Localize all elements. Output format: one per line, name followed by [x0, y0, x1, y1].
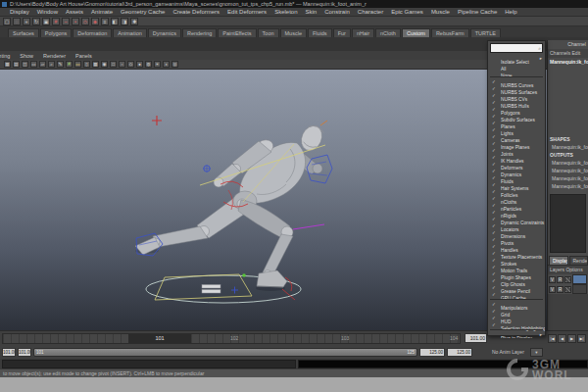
show-menu-item[interactable]: ✓ NURBS Hulls ▸ — [488, 99, 545, 106]
shelf-tab[interactable]: nHair — [352, 28, 374, 37]
viewport-icon[interactable]: ● — [136, 61, 143, 68]
snap-point-icon[interactable]: • — [72, 18, 79, 25]
show-menu-item[interactable]: ✓ Plugin Shapes ▸ — [488, 270, 545, 277]
viewport-icon[interactable]: ◗ — [163, 61, 170, 68]
shelf-tab[interactable]: Muscle — [280, 28, 307, 37]
menu-item[interactable]: Display — [6, 8, 33, 17]
viewport-icon[interactable]: ▦ — [4, 61, 11, 68]
layer-name-field[interactable] — [572, 284, 587, 294]
shelf-tab[interactable]: Fluids — [308, 28, 332, 37]
range-slider-bar[interactable]: 101 125 — [33, 348, 417, 357]
show-menu-item[interactable]: ✓ All ▸ — [488, 62, 545, 69]
show-menu-item[interactable]: ✓ Lights ▸ — [488, 126, 545, 133]
layer-color-swatch[interactable] — [564, 276, 571, 283]
show-menu-item[interactable]: ✓ Cameras ▸ — [488, 133, 545, 140]
viewport-menu-item[interactable]: Renderer — [38, 53, 71, 59]
viewport-icon[interactable]: ▩ — [92, 61, 99, 68]
viewport-icon[interactable]: ▭ — [30, 61, 37, 68]
show-menu-item[interactable]: ✓ HUD ▸ — [488, 315, 545, 321]
shape-node-row[interactable]: Mannequin:ik_foot_anim_rShape — [548, 143, 588, 151]
transport-button[interactable]: |◀ — [548, 334, 557, 343]
render-icon[interactable]: ◧ — [111, 18, 119, 25]
layer-playback-toggle[interactable]: R — [557, 276, 564, 283]
shelf-tab[interactable]: Toon — [258, 28, 279, 37]
menu-item[interactable]: Create Deformers — [169, 8, 223, 17]
show-menu-item[interactable]: ✓ nCloths ▸ — [488, 195, 545, 202]
current-frame-block[interactable]: 101 — [128, 334, 191, 343]
channel-box-object-name[interactable]: Mannequin:ik_foot_anim_r — [548, 58, 588, 67]
ipr-render-icon[interactable]: ◨ — [121, 18, 128, 25]
viewport-icon[interactable]: ◉ — [101, 61, 108, 68]
menu-item[interactable]: Geometry Cache — [117, 8, 169, 17]
transport-button[interactable]: ◀ — [558, 334, 566, 343]
viewport-icon[interactable]: □ — [110, 61, 117, 68]
viewport-icon[interactable]: ⌕ — [48, 61, 55, 68]
layer-row[interactable]: V R — [548, 284, 588, 294]
menu-item[interactable]: Skin — [301, 8, 320, 17]
shelf-tab[interactable]: Custom — [402, 28, 430, 37]
menu-item[interactable]: Window — [33, 8, 62, 17]
snap-curve-icon[interactable]: ~ — [62, 18, 70, 25]
show-menu-item[interactable]: ✓ Grid ▸ — [488, 308, 545, 315]
show-menu-item[interactable]: ✓ Locators ▸ — [488, 222, 545, 229]
show-menu-item[interactable]: ✓ nRigids ▸ — [488, 209, 545, 216]
viewport-icon[interactable]: ◎ — [172, 61, 178, 68]
show-menu-item[interactable]: ✓ Hair Systems ▸ — [488, 181, 545, 188]
menu-item[interactable]: Skeleton — [270, 8, 301, 17]
viewport-icon[interactable]: ▭ — [74, 61, 81, 68]
time-slider[interactable]: 101 102 103 104 — [2, 333, 461, 344]
show-menu-item[interactable]: ✓ Clip Ghosts ▸ — [488, 277, 545, 284]
layer-color-swatch[interactable] — [564, 286, 571, 293]
layer-visibility-toggle[interactable]: V — [549, 276, 556, 283]
show-menu-item[interactable]: ✓ Selection Highlighting ▸ — [488, 321, 545, 328]
layer-editor-tab[interactable]: Render — [569, 256, 588, 265]
menu-item[interactable]: Animate — [87, 8, 117, 17]
animation-end-field[interactable]: 125.00 — [447, 348, 472, 357]
channel-box-menu-row[interactable]: Channels Edit — [548, 49, 588, 58]
shelf-tab[interactable]: Rendering — [182, 28, 217, 37]
show-menu-item[interactable]: ✓ Dynamics ▸ — [488, 168, 545, 174]
viewport-icon[interactable]: ☀ — [154, 61, 161, 68]
viewport-icon[interactable]: ▫ — [119, 61, 125, 68]
viewport-icon[interactable]: ▯ — [83, 61, 90, 68]
show-menu-item[interactable]: ✓ Polygons ▸ — [488, 106, 545, 113]
viewport-menu-item[interactable]: Lighting — [0, 53, 15, 59]
shelf-tab[interactable]: Dynamics — [148, 28, 181, 37]
show-menu-item[interactable]: ✓ Texture Placements ▸ — [488, 250, 545, 257]
render-settings-icon[interactable]: ✱ — [130, 18, 138, 25]
menu-item[interactable]: Character — [354, 8, 387, 17]
layer-editor-menu-row[interactable]: Layers Options — [548, 265, 588, 274]
show-menu-item[interactable]: ✓ Motion Trails ▸ — [488, 264, 545, 270]
make-live-icon[interactable]: ◈ — [91, 18, 99, 25]
show-menu-item[interactable]: ✓ IK Handles ▸ — [488, 154, 545, 161]
shelf-tab[interactable]: TURTLE — [470, 28, 501, 37]
viewport-panel[interactable]: LightingShowRendererPanels ▦▤◫▭▱⌕✎#▭▯▩◉□… — [0, 51, 547, 330]
show-menu-item[interactable]: ✓ Dimensions ▸ — [488, 229, 545, 236]
menu-item[interactable]: Assets — [62, 8, 87, 17]
snap-plane-icon[interactable]: ◇ — [81, 18, 89, 25]
menu-item[interactable]: Epic Games — [387, 8, 427, 17]
current-time-field[interactable]: 101.00 — [465, 333, 487, 343]
output-node-row[interactable]: Mannequin:ik_foot_anim_r3 — [548, 174, 588, 182]
animation-start-field[interactable]: 101.00 — [2, 348, 16, 357]
menu-item[interactable]: Edit Deformers — [223, 8, 270, 17]
shelf-tab[interactable]: Deformation — [73, 28, 112, 37]
transport-button[interactable]: ▶ — [567, 334, 576, 343]
snap-grid-icon[interactable]: # — [52, 18, 60, 25]
shelf-tab[interactable]: RebusFarm — [431, 28, 469, 37]
show-menu-item[interactable]: ✓ Dynamic Constraints ▸ — [488, 216, 545, 222]
shelf-tab[interactable]: Fur — [333, 28, 351, 37]
menu-item[interactable]: Pipeline Cache — [454, 8, 501, 17]
layer-playback-toggle[interactable]: R — [557, 286, 564, 293]
layer-visibility-toggle[interactable]: V — [549, 286, 556, 293]
menu-item[interactable]: Muscle — [427, 8, 454, 17]
output-node-row[interactable]: Mannequin:ik_foot_anim_r1 — [548, 159, 588, 167]
show-menu-item[interactable]: ✓ nParticles ▸ — [488, 202, 545, 209]
mannequin[interactable] — [135, 122, 326, 287]
viewport-menu-item[interactable]: Show — [15, 53, 38, 59]
history-icon[interactable]: ≡ — [101, 18, 109, 25]
scale-tool-icon[interactable]: ▣ — [42, 18, 50, 25]
show-menu-item[interactable]: ✓ GPU Cache ▸ — [488, 291, 545, 298]
shelf-tab[interactable]: Surfaces — [8, 28, 39, 37]
rotate-tool-icon[interactable]: ↻ — [32, 18, 40, 25]
